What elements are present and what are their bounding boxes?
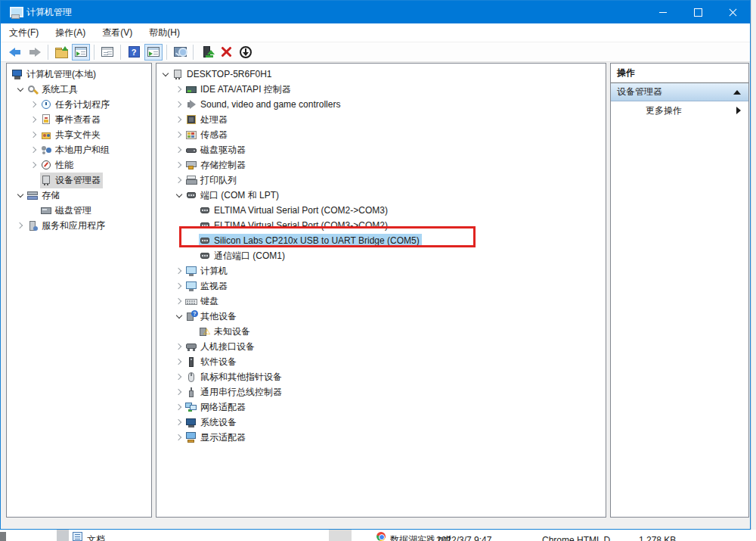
device-item-mice[interactable]: 鼠标和其他指针设备 xyxy=(156,369,606,384)
uninstall-device-button[interactable] xyxy=(217,44,235,61)
device-item-computer[interactable]: 计算机 xyxy=(156,263,606,278)
menu-view[interactable]: 查看(V) xyxy=(94,23,141,42)
menu-file[interactable]: 文件(F) xyxy=(1,23,47,42)
chevron-right-icon[interactable] xyxy=(173,369,185,384)
device-item-usb-controllers[interactable]: 通用串行总线控制器 xyxy=(156,384,606,400)
chevron-down-icon[interactable] xyxy=(173,309,185,324)
chevron-down-icon[interactable] xyxy=(14,188,26,203)
chevron-right-icon[interactable] xyxy=(173,384,185,400)
tree-item-storage[interactable]: 存储 xyxy=(7,188,151,203)
chevron-right-icon[interactable] xyxy=(173,142,185,157)
chevron-down-icon[interactable] xyxy=(173,188,185,203)
device-item-storage-controllers[interactable]: 存储控制器 xyxy=(156,157,606,173)
chevron-right-icon[interactable] xyxy=(173,354,185,369)
tree-item-local-users[interactable]: 本地用户和组 xyxy=(7,142,151,157)
device-item-eltima-com3[interactable]: ELTIMA Virtual Serial Port (COM3->COM2) xyxy=(156,218,606,233)
tree-item-computer-management[interactable]: 计算机管理(本地) xyxy=(7,67,151,82)
minimize-button[interactable] xyxy=(646,1,680,23)
properties-button[interactable] xyxy=(98,44,116,61)
chevron-right-icon[interactable] xyxy=(173,294,185,309)
more-actions-item[interactable]: 更多操作 xyxy=(611,101,748,120)
disable-device-button[interactable] xyxy=(237,44,255,61)
device-item-sound-controllers[interactable]: Sound, video and game controllers xyxy=(156,97,606,112)
chevron-right-icon[interactable] xyxy=(173,430,185,445)
chevron-right-icon[interactable] xyxy=(173,97,185,112)
chevron-right-icon[interactable] xyxy=(173,127,185,142)
system-tools-icon xyxy=(26,84,39,95)
chevron-right-icon[interactable] xyxy=(28,127,40,142)
device-manager-icon xyxy=(40,175,53,186)
processor-icon xyxy=(185,114,198,126)
chevron-right-icon[interactable] xyxy=(173,82,185,97)
maximize-button[interactable] xyxy=(680,1,715,23)
tree-item-shared-folders[interactable]: 共享文件夹 xyxy=(7,127,151,142)
device-label: 未知设备 xyxy=(212,324,253,340)
chevron-right-icon[interactable] xyxy=(173,339,185,354)
device-item-monitors[interactable]: 监视器 xyxy=(156,278,606,294)
device-label: 存储控制器 xyxy=(198,157,248,173)
chevron-right-icon[interactable] xyxy=(173,157,185,173)
chevron-down-icon[interactable] xyxy=(14,82,26,97)
device-item-network-adapters[interactable]: 网络适配器 xyxy=(156,400,606,415)
chevron-right-icon[interactable] xyxy=(14,218,26,233)
device-label: Sound, video and game controllers xyxy=(198,98,342,111)
tree-item-device-manager[interactable]: 设备管理器 xyxy=(7,173,151,188)
title-bar[interactable]: 计算机管理 xyxy=(1,1,750,23)
tree-item-disk-management[interactable]: 磁盘管理 xyxy=(7,203,151,218)
actions-group-device-manager[interactable]: 设备管理器 xyxy=(611,83,748,101)
device-item-desktop-root[interactable]: DESKTOP-5R6F0H1 xyxy=(156,67,606,82)
device-item-disk-drives[interactable]: 磁盘驱动器 xyxy=(156,142,606,157)
chevron-right-icon[interactable] xyxy=(28,112,40,127)
help-button[interactable] xyxy=(125,44,143,61)
device-item-com1[interactable]: 通信端口 (COM1) xyxy=(156,248,606,263)
toolbar-separator xyxy=(166,45,167,60)
submenu-arrow-icon xyxy=(736,107,741,114)
device-item-silicon-labs-cp210x[interactable]: Silicon Labs CP210x USB to UART Bridge (… xyxy=(156,233,606,248)
device-item-system-devices[interactable]: 系统设备 xyxy=(156,415,606,430)
tree-item-event-viewer[interactable]: 事件查看器 xyxy=(7,112,151,127)
device-item-sensors[interactable]: 传感器 xyxy=(156,127,606,142)
device-item-hid[interactable]: 人机接口设备 xyxy=(156,339,606,354)
tree-item-services-apps[interactable]: 服务和应用程序 xyxy=(7,218,151,233)
show-console-tree-button[interactable] xyxy=(72,44,90,61)
device-item-unknown-device[interactable]: 未知设备 xyxy=(156,324,606,339)
forward-button[interactable] xyxy=(26,44,44,61)
tree-label: 本地用户和组 xyxy=(53,142,112,158)
chevron-right-icon[interactable] xyxy=(173,112,185,127)
device-item-software-devices[interactable]: 软件设备 xyxy=(156,354,606,369)
chevron-down-icon[interactable] xyxy=(160,67,172,82)
chevron-right-icon[interactable] xyxy=(28,157,40,173)
file-size: 1,278 KB xyxy=(639,532,676,541)
background-file-row[interactable]: 文档 数据湖实践.pdf 2022/3/7 9:47 Chrome HTML D… xyxy=(0,530,756,541)
tree-item-system-tools[interactable]: 系统工具 xyxy=(7,82,151,97)
device-item-keyboards[interactable]: 键盘 xyxy=(156,294,606,309)
chevron-right-icon[interactable] xyxy=(173,415,185,430)
collapse-arrow-icon[interactable] xyxy=(733,90,741,95)
device-item-processors[interactable]: 处理器 xyxy=(156,112,606,127)
chevron-right-icon[interactable] xyxy=(173,173,185,188)
device-item-ide-controllers[interactable]: IDE ATA/ATAPI 控制器 xyxy=(156,82,606,97)
chevron-right-icon[interactable] xyxy=(173,263,185,278)
device-item-print-queues[interactable]: 打印队列 xyxy=(156,173,606,188)
back-button[interactable] xyxy=(6,44,24,61)
tree-item-task-scheduler[interactable]: 任务计划程序 xyxy=(7,97,151,112)
find-button[interactable] xyxy=(171,44,189,61)
show-action-pane-button[interactable] xyxy=(144,44,163,61)
device-label: 显示适配器 xyxy=(198,430,248,446)
device-item-other-devices[interactable]: 其他设备 xyxy=(156,309,606,324)
menu-action[interactable]: 操作(A) xyxy=(47,23,94,42)
chevron-right-icon[interactable] xyxy=(28,142,40,157)
chevron-right-icon[interactable] xyxy=(173,400,185,415)
chevron-right-icon[interactable] xyxy=(173,278,185,294)
device-item-eltima-com2[interactable]: ELTIMA Virtual Serial Port (COM2->COM3) xyxy=(156,203,606,218)
close-button[interactable] xyxy=(715,1,750,23)
update-driver-button[interactable] xyxy=(197,44,215,61)
tree-item-performance[interactable]: 性能 xyxy=(7,157,151,173)
device-item-ports[interactable]: 端口 (COM 和 LPT) xyxy=(156,188,606,203)
network-adapter-icon xyxy=(185,402,198,413)
menu-help[interactable]: 帮助(H) xyxy=(141,23,188,42)
device-item-display-adapters[interactable]: 显示适配器 xyxy=(156,430,606,445)
chevron-right-icon[interactable] xyxy=(28,97,40,112)
export-list-button[interactable] xyxy=(52,44,70,61)
serial-port-icon xyxy=(199,250,212,262)
